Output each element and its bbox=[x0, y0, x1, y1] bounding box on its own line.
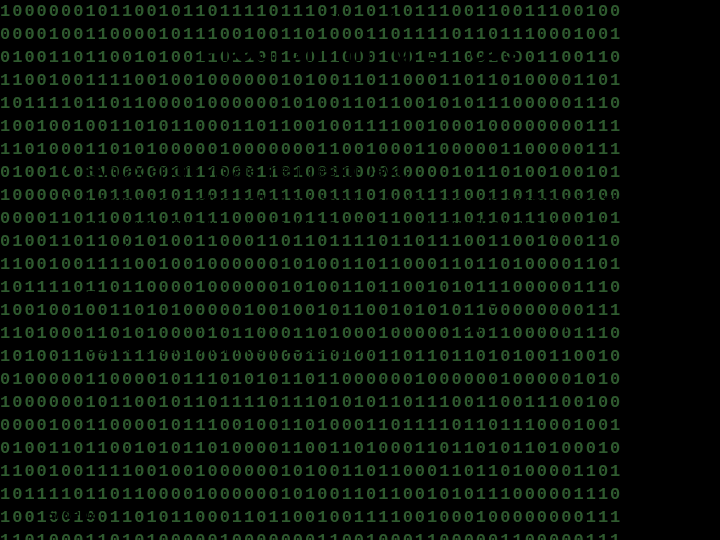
list-item: Logic errors, also called semantic error… bbox=[60, 190, 660, 264]
page-title: Programming Errors bbox=[60, 32, 660, 69]
slide-number: Slide 18 bbox=[46, 506, 99, 522]
list-item: Run-time errors, also called exceptions,… bbox=[60, 286, 660, 360]
chapter-label: Chapter 4 bbox=[60, 12, 660, 30]
slide-content: Chapter 4 Programming Errors Syntax erro… bbox=[0, 0, 720, 540]
bullet-list: Syntax errors violate the rules of Java.… bbox=[60, 159, 660, 360]
list-item: Syntax errors violate the rules of Java. bbox=[60, 159, 660, 184]
